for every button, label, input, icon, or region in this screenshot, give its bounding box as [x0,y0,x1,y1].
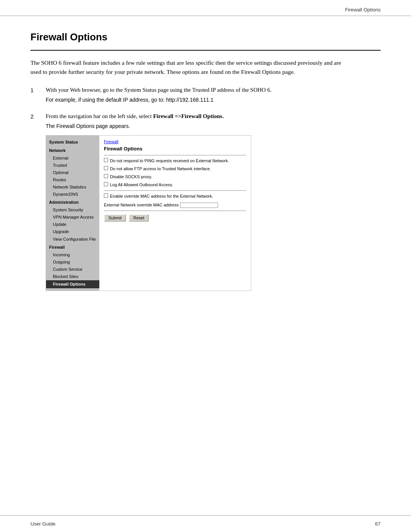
footer-bar: User Guide 67 [0,515,411,532]
nav-admin-header: Administration [46,198,99,206]
nav-vpn-manager-access[interactable]: VPN Manager Access [46,214,99,221]
checkbox-row-1: Do not respond to PING requests received… [104,158,246,164]
screenshot-box: System Status Network External Trusted O… [46,135,251,291]
nav-trusted[interactable]: Trusted [46,162,99,169]
main-content: Firewall Options The SOHO 6 firewall fea… [0,16,411,515]
nav-sidebar: System Status Network External Trusted O… [46,136,99,291]
nav-outgoing[interactable]: Outgoing [46,259,99,266]
step-1: 1 With your Web browser, go to the Syste… [30,86,381,106]
breadcrumb-link[interactable]: Firewall [104,139,246,145]
nav-network-header: Network [46,146,99,155]
nav-system-security[interactable]: System Security [46,206,99,214]
mac-input[interactable] [180,203,218,208]
header-title: Firewall Options [345,7,381,13]
checkbox-row-3: Disable SOCKS proxy. [104,174,246,180]
checkbox-2-label: Do not allow FTP access to Trusted Netwo… [110,166,211,172]
reset-button[interactable]: Reset [129,214,149,222]
nav-dynamicdns[interactable]: DynamicDNS [46,191,99,198]
steps-list: 1 With your Web browser, go to the Syste… [30,86,381,291]
step-2-number: 2 [30,112,46,291]
nav-incoming[interactable]: Incoming [46,251,99,259]
button-row: Submit Reset [104,214,246,222]
nav-system-status[interactable]: System Status [46,138,99,146]
step-2-text: From the navigation bar on the left side… [46,112,381,121]
nav-update[interactable]: Update [46,221,99,228]
checkbox-row-4: Log All Allowed Outbound Access. [104,182,246,188]
nav-optional[interactable]: Optional [46,169,99,176]
checkbox-mac[interactable] [104,193,108,198]
nav-upgrade[interactable]: Upgrade [46,228,99,235]
nav-firewall-header: Firewall [46,243,99,251]
footer-right: 67 [375,521,381,527]
footer-left: User Guide [30,521,56,527]
nav-blocked-sites[interactable]: Blocked Sites [46,273,99,280]
step-2-content: From the navigation bar on the left side… [46,112,381,291]
nav-view-config[interactable]: View Configuration File [46,236,99,243]
header-bar: Firewall Options [0,0,411,16]
page-title: Firewall Options [30,31,381,43]
intro-paragraph: The SOHO 6 firewall feature includes a f… [30,58,342,77]
checkbox-1[interactable] [104,158,108,162]
step-2-note: The Firewall Options page appears. [46,122,381,131]
submit-button[interactable]: Submit [104,214,126,222]
mac-address-row: External Network override MAC address [104,202,246,208]
step-2-bold: Firewall =>Firewall Options. [153,113,223,119]
checkbox-3-label: Disable SOCKS proxy. [110,174,152,180]
checkbox-mac-label: Enable override MAC address for the Exte… [110,193,213,200]
checkbox-4[interactable] [104,182,108,186]
panel-divider-2 [104,190,246,191]
panel-divider-1 [104,155,246,155]
step-2: 2 From the navigation bar on the left si… [30,112,381,291]
step-1-note: For example, if using the default IP add… [46,96,381,104]
page-container: Firewall Options Firewall Options The SO… [0,0,411,532]
checkbox-3[interactable] [104,174,108,178]
step-1-text: With your Web browser, go to the System … [46,86,381,94]
nav-routes[interactable]: Routes [46,176,99,184]
checkbox-row-2: Do not allow FTP access to Trusted Netwo… [104,166,246,172]
panel-divider-3 [104,211,246,211]
step-1-number: 1 [30,86,46,106]
nav-custom-service[interactable]: Custom Service [46,266,99,273]
nav-network-statistics[interactable]: Network Statistics [46,184,99,191]
content-panel: Firewall Firewall Options Do not respond… [99,136,251,291]
nav-external[interactable]: External [46,155,99,162]
step-1-content: With your Web browser, go to the System … [46,86,381,106]
checkbox-2[interactable] [104,166,108,170]
title-divider [30,50,381,51]
panel-title: Firewall Options [104,145,246,153]
checkbox-1-label: Do not respond to PING requests received… [110,158,229,164]
nav-firewall-options[interactable]: Firewall Options [46,280,99,288]
breadcrumb-anchor[interactable]: Firewall [104,139,118,144]
checkbox-row-mac: Enable override MAC address for the Exte… [104,193,246,200]
mac-label: External Network override MAC address [104,202,178,208]
checkbox-4-label: Log All Allowed Outbound Access. [110,182,173,188]
